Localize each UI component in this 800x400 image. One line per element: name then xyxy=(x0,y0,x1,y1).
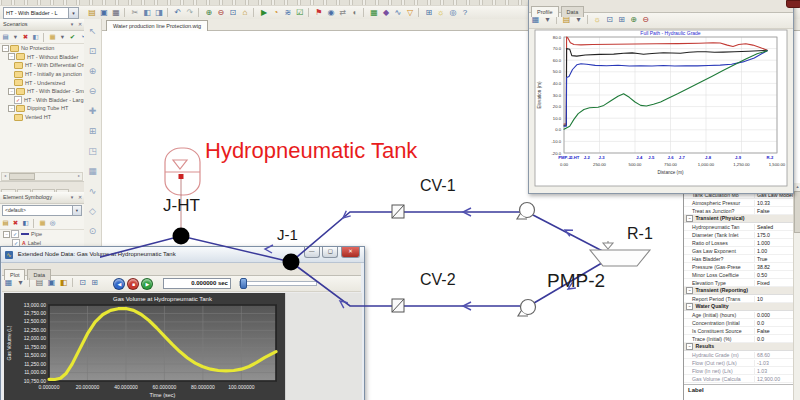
print-icon[interactable]: ▤ xyxy=(34,277,45,288)
collapse-icon[interactable]: – xyxy=(3,231,10,238)
undo-icon[interactable]: ↶ xyxy=(172,7,183,18)
tab-plot[interactable]: Plot xyxy=(4,269,25,280)
tab-drawing[interactable]: Water production line Protection.wtg xyxy=(106,20,208,31)
scenario-label[interactable]: HT - With Bladder - Larg xyxy=(24,97,84,103)
property-row[interactable]: Diameter (Tank Inlet175.0 xyxy=(684,231,800,239)
zoom-out-icon[interactable]: ⊖ xyxy=(215,7,226,18)
contrast-icon[interactable]: ◐ xyxy=(349,7,360,18)
scroll-right-icon[interactable]: ▸ xyxy=(76,173,82,178)
collapse-icon[interactable]: – xyxy=(2,45,9,52)
rewind-button[interactable]: ◀ xyxy=(113,278,125,290)
property-row[interactable]: Treat as Junction?False xyxy=(684,207,800,215)
property-row[interactable]: Gas Volume (Calcula12,900.00 xyxy=(684,375,800,383)
close-button[interactable]: ✕ xyxy=(341,247,360,258)
pin-icon[interactable]: ▾ xyxy=(68,19,76,30)
vertical-scrollbar[interactable]: ▲ xyxy=(793,183,800,400)
scenario-label[interactable]: No Protection xyxy=(21,45,54,51)
zoom-window-icon[interactable]: ⊡ xyxy=(227,7,238,18)
zoom-in-icon[interactable]: ⊕ xyxy=(203,7,214,18)
folder-icon[interactable]: ▦ xyxy=(48,32,57,41)
maximize-button[interactable]: ▢ xyxy=(322,247,338,258)
scenario-combo[interactable]: ▾HT - With Bladder - L xyxy=(3,7,79,19)
scrollbar-thumb[interactable] xyxy=(794,191,800,233)
new-scenario-icon[interactable]: ▤ xyxy=(1,32,10,41)
batch-run-icon[interactable]: ✔ xyxy=(68,32,77,41)
property-section[interactable]: – Transient (Reporting) xyxy=(684,287,800,295)
collapse-icon[interactable]: – xyxy=(8,88,15,95)
profile-icon[interactable]: ◆ xyxy=(380,7,391,18)
pointer-icon[interactable]: ↖ xyxy=(86,25,99,38)
scenario-label[interactable]: Dipping Tube HT xyxy=(27,105,68,111)
home-icon[interactable]: ⌂ xyxy=(239,7,250,18)
property-section[interactable]: – Transient (Physical) xyxy=(684,215,800,223)
close-icon[interactable]: ✕ xyxy=(76,19,84,30)
minimize-button[interactable]: — xyxy=(304,247,320,258)
help-icon[interactable]: ? xyxy=(459,7,470,18)
save-icon[interactable]: ▣ xyxy=(98,7,109,18)
grid-icon[interactable]: ▦ xyxy=(86,165,99,178)
paste-icon[interactable]: ◨ xyxy=(153,7,164,18)
delete-icon[interactable]: ✖ xyxy=(21,32,30,41)
extended-window-titlebar[interactable]: ∿ Extended Node Data: Gas Volume at Hydr… xyxy=(1,247,364,263)
property-row[interactable]: Has Bladder?True xyxy=(684,255,800,263)
app-close-button[interactable] xyxy=(786,0,800,8)
zoom-extents-icon[interactable]: ⊞ xyxy=(89,277,100,288)
property-row[interactable]: Report Period (Trans10 xyxy=(684,295,800,303)
fit-view-icon[interactable]: ⊞ xyxy=(86,125,99,138)
scrollbar-thumb[interactable] xyxy=(9,173,35,180)
scenario-label[interactable]: Vented HT xyxy=(25,114,51,120)
swap-icon[interactable]: ⇄ xyxy=(337,7,348,18)
symbology-label[interactable]: Pipe xyxy=(31,231,42,237)
chevron-down-icon[interactable]: ▾ xyxy=(72,206,81,215)
export-icon[interactable]: ▤ xyxy=(561,14,572,25)
scenario-label[interactable]: HT - With Differential Orif xyxy=(25,62,84,68)
element-tool-icon[interactable]: ⊙ xyxy=(86,225,99,238)
tab-profile[interactable]: Profile xyxy=(531,6,559,17)
collapse-icon[interactable]: – xyxy=(8,105,15,112)
options-icon[interactable]: ☼ xyxy=(592,14,603,25)
delete-icon[interactable]: ✖ xyxy=(11,218,20,227)
dropdown-icon[interactable]: ▾ xyxy=(11,32,20,41)
folder-icon[interactable]: ▦ xyxy=(38,218,47,227)
copy-icon[interactable]: ◧ xyxy=(58,277,69,288)
scenario-tree-item[interactable]: HT - With Differential Orif xyxy=(0,61,84,70)
checkbox[interactable]: ✓ xyxy=(11,230,19,238)
initial-conditions-icon[interactable]: ◔ xyxy=(270,7,281,18)
slider-thumb[interactable] xyxy=(240,278,247,289)
collapse-icon[interactable]: – xyxy=(8,53,15,60)
property-row[interactable]: Flow (Out net) (L/s)-1.03 xyxy=(684,359,800,367)
search-icon[interactable]: ◎ xyxy=(48,218,57,227)
polygon-select-icon[interactable]: ◇ xyxy=(86,205,99,218)
symbology-preset-select[interactable]: ▾<default> xyxy=(2,205,82,216)
element-icon[interactable]: ▽ xyxy=(404,7,415,18)
close-icon[interactable]: ✕ xyxy=(76,192,84,203)
horizontal-scrollbar[interactable]: ◂ ▸ xyxy=(1,172,83,181)
open-icon[interactable]: ▤ xyxy=(86,7,97,18)
zoom-in-icon[interactable]: ⊕ xyxy=(86,65,99,78)
property-row[interactable]: Elevation TypeFixed xyxy=(684,279,800,287)
scenario-tree-item[interactable]: –HT - Without Bladder xyxy=(0,53,84,62)
property-row[interactable]: Pressure (Gas-Prese38.82 xyxy=(684,263,800,271)
zoom-window-icon[interactable]: ⊡ xyxy=(604,14,615,25)
target-icon[interactable]: ◎ xyxy=(447,7,458,18)
collapse-icon[interactable]: – xyxy=(686,215,693,222)
find-icon[interactable]: ◉ xyxy=(325,7,336,18)
play-button[interactable]: ▶ xyxy=(141,278,153,290)
scenario-tree-item[interactable]: –Dipping Tube HT xyxy=(0,104,84,113)
graph-icon[interactable]: ∿ xyxy=(392,7,403,18)
pan-icon[interactable]: ✚ xyxy=(86,105,99,118)
chevron-down-icon[interactable]: ▾ xyxy=(68,8,78,18)
new-icon[interactable]: ▤ xyxy=(1,218,10,227)
dropdown-icon[interactable]: ▾ xyxy=(573,14,584,25)
copy-icon[interactable]: ◧ xyxy=(141,7,152,18)
property-row[interactable]: Hydropneumatic TanSealed xyxy=(684,223,800,231)
scenario-tree-item[interactable]: HT - Initially as junction xyxy=(0,70,84,79)
symbology-tree-item[interactable]: –✓Pipe xyxy=(0,230,84,239)
symbology-label[interactable]: Label xyxy=(28,240,41,246)
property-section[interactable]: – Water Quality xyxy=(684,303,800,311)
aerial-view-icon[interactable]: ◳ xyxy=(86,145,99,158)
property-row[interactable]: Gas Law Exponent1.00 xyxy=(684,247,800,255)
property-row[interactable]: Hydraulic Grade (m)68.60 xyxy=(684,351,800,359)
scenario-label[interactable]: HT - Undersized xyxy=(25,80,65,86)
compute-icon[interactable]: ▶ xyxy=(258,7,269,18)
